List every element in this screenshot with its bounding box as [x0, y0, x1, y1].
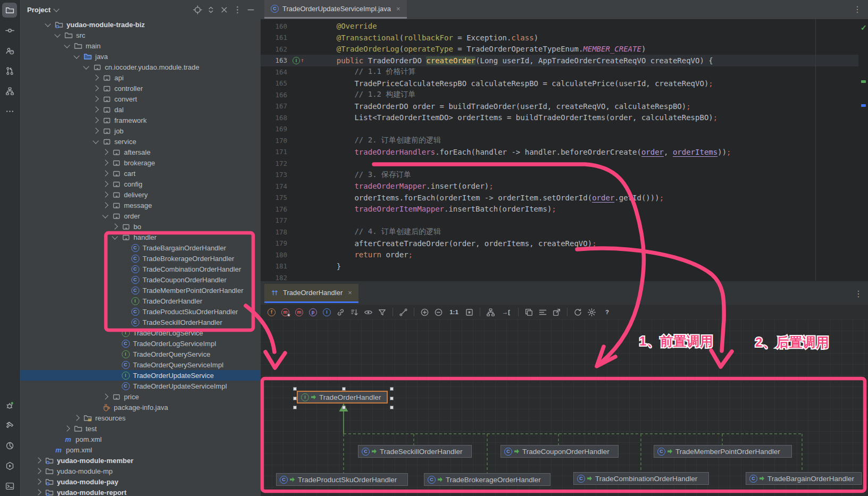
code-line[interactable]: 169 — [261, 123, 868, 135]
code-line[interactable]: 181} — [261, 260, 868, 272]
diagram-node[interactable]: CTradeCombinationOrderHandler — [573, 472, 709, 485]
export-icon[interactable] — [551, 307, 562, 318]
tree-item[interactable]: ITradeOrderQueryService — [20, 349, 261, 359]
tree-item[interactable]: main — [20, 40, 261, 51]
selection-handle[interactable] — [390, 406, 394, 409]
chevron-down-icon[interactable] — [64, 42, 70, 48]
tree-item[interactable]: handler — [20, 232, 261, 242]
options-kebab-icon[interactable] — [231, 4, 243, 15]
selection-handle[interactable] — [293, 406, 297, 409]
selection-handle[interactable] — [390, 397, 394, 400]
chevron-down-icon[interactable] — [73, 53, 79, 58]
chevron-right-icon[interactable] — [35, 468, 41, 474]
tree-item[interactable]: java — [20, 51, 261, 62]
tree-item[interactable]: CTradeSeckillOrderHandler — [20, 317, 261, 327]
expand-collapse-icon[interactable] — [205, 4, 216, 15]
tree-item[interactable]: brokerage — [20, 157, 261, 168]
selection-handle[interactable] — [342, 406, 346, 409]
chevron-right-icon[interactable] — [102, 159, 108, 165]
tree-item[interactable]: CTradeBrokerageOrderHandler — [20, 253, 261, 264]
chevron-right-icon[interactable] — [112, 223, 118, 229]
code-line[interactable]: 175orderItems.forEach(orderItem -> order… — [261, 192, 868, 204]
selection-handle[interactable] — [342, 387, 346, 391]
terminal-icon[interactable] — [2, 478, 17, 493]
properties-toggle[interactable]: p — [307, 307, 319, 318]
diagram-settings-icon[interactable] — [586, 307, 597, 318]
zoom-in-icon[interactable] — [419, 307, 430, 318]
snap-to-grid-icon[interactable]: →[ — [499, 307, 513, 318]
constructors-toggle[interactable]: m★ — [280, 307, 291, 318]
tree-item[interactable]: mpom.xml — [20, 434, 261, 444]
inspection-ok-icon[interactable]: ✓ — [861, 23, 867, 32]
chevron-right-icon[interactable] — [73, 415, 79, 421]
tree-item[interactable]: CTradeProductSkuOrderHandler — [20, 306, 261, 317]
actual-size-button[interactable]: 1:1 — [447, 307, 461, 318]
link-icon[interactable] — [335, 307, 346, 318]
diagram-node[interactable]: CTradeCouponOrderHandler — [500, 445, 619, 458]
chevron-right-icon[interactable] — [102, 149, 108, 155]
tree-item[interactable]: mpom.xml — [20, 444, 261, 455]
copy-diagram-icon[interactable] — [523, 307, 535, 318]
tree-item[interactable]: config — [20, 179, 261, 189]
pull-requests-icon[interactable] — [2, 63, 17, 78]
editor-options-kebab-icon[interactable]: ⋮ — [853, 4, 862, 14]
code-line[interactable]: 163I↑public TradeOrderDO createOrder(Lon… — [261, 55, 868, 66]
tree-item[interactable]: CTradeCombinationOrderHandler — [20, 264, 261, 274]
diagram-options-kebab-icon[interactable]: ⋮ — [854, 289, 863, 299]
chevron-down-icon[interactable] — [54, 31, 60, 37]
structure-icon[interactable] — [2, 83, 17, 98]
methods-toggle[interactable]: m — [294, 307, 305, 318]
tree-item[interactable]: resources — [20, 413, 261, 423]
code-line[interactable]: 167TradeOrderDO order = buildTradeOrder(… — [261, 100, 868, 112]
tree-item[interactable]: CTradeOrderLogServiceImpl — [20, 338, 261, 349]
chevron-right-icon[interactable] — [35, 457, 41, 463]
tree-item[interactable]: test — [20, 423, 261, 434]
code-line[interactable]: 174tradeOrderMapper.insert(order); — [261, 181, 868, 192]
code-line[interactable]: 160@Override — [261, 21, 868, 32]
chevron-right-icon[interactable] — [93, 74, 98, 80]
editor-tab[interactable]: C TradeOrderUpdateServiceImpl.java × — [264, 0, 407, 19]
help-icon[interactable]: ? — [600, 307, 614, 318]
hide-panel-icon[interactable] — [245, 4, 256, 15]
chevron-down-icon[interactable] — [45, 21, 51, 27]
tree-item[interactable]: yudao-module-report — [20, 487, 261, 496]
chevron-right-icon[interactable] — [93, 106, 98, 112]
chevron-right-icon[interactable] — [35, 478, 41, 484]
tree-item[interactable]: yudao-module-member — [20, 455, 261, 466]
code-line[interactable]: 164// 1.1 价格计算 — [261, 66, 868, 78]
visibility-icon[interactable] — [363, 307, 374, 318]
tree-item[interactable]: CTradeMemberPointOrderHandler — [20, 285, 261, 296]
chevron-right-icon[interactable] — [93, 96, 98, 102]
build-icon[interactable] — [2, 418, 17, 433]
inner-classes-toggle[interactable]: I — [321, 307, 332, 318]
tree-item[interactable]: delivery — [20, 189, 261, 200]
chevron-right-icon[interactable] — [102, 181, 108, 187]
code-line[interactable]: 171tradeOrderHandlers.forEach(handler ->… — [261, 146, 868, 158]
chevron-right-icon[interactable] — [64, 425, 70, 431]
diagram-node[interactable]: CTradeBrokerageOrderHandler — [424, 473, 550, 486]
filter-icon[interactable] — [377, 307, 388, 318]
learn-icon[interactable]: ? — [2, 43, 17, 58]
tree-item[interactable]: CTradeBargainOrderHandler — [20, 242, 261, 253]
tree-item[interactable]: convert — [20, 94, 261, 104]
tree-item[interactable]: service — [20, 136, 261, 147]
code-line[interactable]: 180return order; — [261, 249, 868, 261]
chevron-down-icon[interactable] — [93, 138, 98, 144]
chevron-down-icon[interactable] — [102, 212, 108, 218]
tree-item[interactable]: yudao-module-pay — [20, 476, 261, 487]
diagram-canvas[interactable]: ITradeOrderHandlerCTradeSeckillOrderHand… — [261, 320, 868, 496]
sort-icon[interactable] — [349, 307, 360, 318]
tree-item[interactable]: cart — [20, 168, 261, 179]
tree-item[interactable]: yudao-module-mp — [20, 466, 261, 476]
tree-item[interactable]: ITradeOrderHandler — [20, 296, 261, 306]
diagram-tab[interactable]: TradeOrderHandler × — [264, 284, 358, 303]
tree-item[interactable]: order — [20, 211, 261, 221]
tree-item[interactable]: package-info.java — [20, 402, 261, 413]
close-icon[interactable]: × — [396, 5, 400, 13]
diagram-node[interactable]: CTradeSeckillOrderHandler — [358, 445, 472, 458]
implements-gutter-icon[interactable]: I — [293, 57, 300, 64]
fit-content-icon[interactable] — [464, 307, 475, 318]
more-icon[interactable] — [2, 104, 17, 119]
code-line[interactable]: 179afterCreateTradeOrder(order, orderIte… — [261, 238, 868, 249]
code-line[interactable]: 166// 1.2 构建订单 — [261, 89, 868, 101]
